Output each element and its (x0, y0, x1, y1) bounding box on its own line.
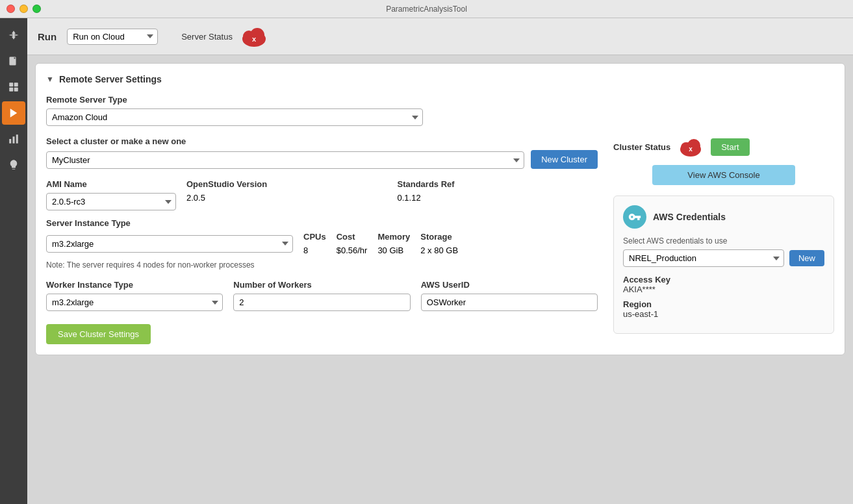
titlebar: ParametricAnalysisTool (0, 0, 853, 18)
creds-select-row: NREL_Production Default New (623, 249, 824, 267)
remote-server-type-select[interactable]: Amazon Cloud Custom (46, 108, 423, 126)
sidebar-item-run[interactable] (2, 101, 25, 125)
access-key-value: AKIA**** (623, 284, 656, 294)
ami-row: AMI Name 2.0.5-rc3 2.0.4 OpenStudio Vers… (46, 179, 598, 210)
sidebar-item-measures[interactable] (2, 75, 25, 99)
aws-credentials-box: AWS Credentials Select AWS credentials t… (613, 195, 834, 334)
server-status-label: Server Status (181, 32, 233, 42)
aws-console-row: View AWS Console (613, 165, 834, 185)
cost-col: Cost $0.56/hr (337, 232, 368, 255)
new-creds-button[interactable]: New (789, 250, 824, 266)
region-row: Region us-east-1 (623, 299, 824, 319)
storage-col: Storage 2 x 80 GB (420, 232, 458, 255)
worker-instance-col: Worker Instance Type m3.2xlarge m3.xlarg… (46, 280, 223, 311)
aws-creds-select-label: Select AWS credentials to use (623, 236, 824, 246)
sidebar (0, 18, 27, 504)
topbar: Run Run on Cloud Run Locally Server Stat… (27, 18, 853, 55)
aws-userid-label: AWS UserID (421, 280, 598, 290)
files-icon (8, 55, 19, 67)
remote-server-type-label: Remote Server Type (46, 95, 834, 105)
sidebar-item-files[interactable] (2, 49, 25, 73)
cluster-select[interactable]: MyCluster (46, 151, 524, 169)
new-cluster-button[interactable]: New Cluster (531, 150, 598, 169)
num-workers-label: Number of Workers (233, 280, 410, 290)
measures-icon (8, 81, 19, 93)
ami-select[interactable]: 2.0.5-rc3 2.0.4 (46, 193, 176, 210)
cost-label: Cost (337, 232, 368, 242)
save-button-row: Save Cluster Settings (46, 324, 598, 344)
server-icon (8, 159, 19, 171)
openstudio-label: OpenStudio Version (186, 179, 387, 189)
panel-title: Remote Server Settings (59, 74, 162, 84)
svg-rect-1 (9, 82, 13, 86)
results-icon (8, 133, 19, 145)
cluster-status-label: Cluster Status (613, 142, 670, 152)
num-workers-col: Number of Workers (233, 280, 410, 311)
server-status-area: Server Status x (181, 25, 269, 48)
memory-value: 30 GiB (377, 246, 410, 255)
instance-select-wrap: m3.2xlarge m3.xlarge c3.8xlarge (46, 235, 293, 253)
right-column: Cluster Status x Start View AWS Console (613, 136, 834, 334)
tools-icon (8, 29, 19, 41)
storage-value: 2 x 80 GB (420, 246, 458, 255)
cluster-row: MyCluster New Cluster (46, 150, 598, 169)
server-instance-section: Server Instance Type m3.2xlarge m3.xlarg… (46, 218, 598, 255)
aws-creds-select[interactable]: NREL_Production Default (623, 249, 784, 267)
memory-col: Memory 30 GiB (377, 232, 410, 255)
collapse-arrow-icon[interactable]: ▼ (46, 75, 54, 84)
cluster-status-cloud-icon: x (677, 136, 704, 157)
standards-label: Standards Ref (398, 179, 598, 189)
svg-rect-7 (13, 136, 15, 144)
panel-header: ▼ Remote Server Settings (46, 74, 834, 84)
aws-creds-icon (623, 205, 646, 229)
ami-col: AMI Name 2.0.5-rc3 2.0.4 (46, 179, 176, 210)
run-mode-select[interactable]: Run on Cloud Run Locally (67, 29, 158, 45)
cluster-status-row: Cluster Status x Start (613, 136, 834, 157)
save-cluster-settings-button[interactable]: Save Cluster Settings (46, 324, 151, 344)
sidebar-item-results[interactable] (2, 127, 25, 151)
worker-instance-select[interactable]: m3.2xlarge m3.xlarge (46, 294, 223, 311)
sidebar-item-tools[interactable] (2, 23, 25, 47)
standards-col: Standards Ref 0.1.12 (398, 179, 598, 203)
maximize-button[interactable] (32, 5, 41, 13)
aws-userid-input[interactable] (421, 294, 598, 311)
main-content: Run Run on Cloud Run Locally Server Stat… (27, 18, 853, 504)
openstudio-value: 2.0.5 (186, 193, 387, 203)
svg-rect-2 (14, 82, 18, 86)
sidebar-item-server[interactable] (2, 153, 25, 177)
note-text: Note: The server requires 4 nodes for no… (46, 260, 598, 270)
cpus-label: CPUs (303, 232, 326, 242)
svg-rect-6 (9, 139, 11, 144)
cpus-value: 8 (303, 246, 326, 255)
aws-userid-col: AWS UserID (421, 280, 598, 311)
region-label: Region (623, 299, 652, 309)
region-value: us-east-1 (623, 309, 658, 319)
instance-specs: CPUs 8 Cost $0.56/hr Memory 30 GiB (303, 232, 458, 255)
start-button[interactable]: Start (711, 138, 749, 156)
cluster-select-wrap: MyCluster (46, 151, 524, 169)
openstudio-col: OpenStudio Version 2.0.5 (186, 179, 387, 203)
svg-text:x: x (689, 145, 693, 153)
cluster-select-label: Select a cluster or make a new one (46, 136, 598, 146)
titlebar-buttons (6, 5, 41, 13)
key-icon (628, 210, 641, 223)
access-key-row: Access Key AKIA**** (623, 275, 824, 294)
run-label: Run (38, 31, 57, 42)
aws-creds-title: AWS Credentials (653, 212, 726, 222)
svg-text:x: x (252, 35, 257, 43)
cluster-section: Select a cluster or make a new one MyClu… (46, 136, 598, 169)
svg-rect-8 (16, 134, 18, 144)
svg-marker-5 (10, 108, 18, 118)
remote-server-type-row: Remote Server Type Amazon Cloud Custom (46, 95, 834, 126)
instance-type-row: m3.2xlarge m3.xlarge c3.8xlarge CPUs 8 (46, 232, 598, 255)
instance-type-select[interactable]: m3.2xlarge m3.xlarge c3.8xlarge (46, 235, 293, 253)
close-button[interactable] (6, 5, 15, 13)
view-aws-console-button[interactable]: View AWS Console (652, 165, 795, 185)
window-title: ParametricAnalysisTool (386, 5, 467, 14)
cpus-col: CPUs 8 (303, 232, 326, 255)
num-workers-input[interactable] (233, 294, 410, 311)
svg-rect-4 (14, 88, 18, 92)
ami-label: AMI Name (46, 179, 176, 189)
minimize-button[interactable] (19, 5, 28, 13)
bottom-area (35, 363, 845, 415)
